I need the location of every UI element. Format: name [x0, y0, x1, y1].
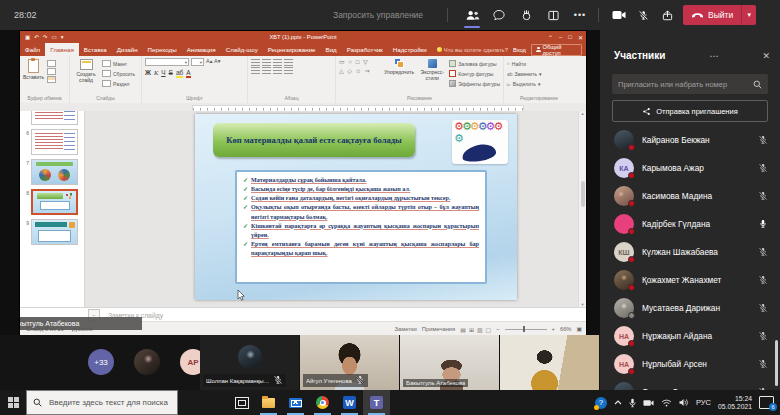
invite-search-input[interactable] — [612, 80, 753, 89]
slide-editing-area[interactable]: Көп материалды қалай есте сақтауға болад… — [85, 111, 586, 307]
scrollbar-thumb[interactable] — [581, 181, 585, 207]
shape-effects-button[interactable]: Эффекты фигуры — [449, 79, 500, 88]
panel-close-icon[interactable]: ✕ — [750, 51, 770, 61]
tab-Разработчик[interactable]: Разработчик — [342, 43, 388, 56]
taskbar-search-input[interactable] — [47, 397, 171, 408]
panel-more-icon[interactable]: ⋯ — [697, 51, 718, 61]
tab-Файл[interactable]: Файл — [20, 43, 45, 56]
slide-content-box[interactable]: ✓Материалдарды сұрақ бойынша қайтала.✓Ба… — [235, 170, 487, 284]
highlight-color-button[interactable]: аб — [176, 69, 183, 78]
ppt-title-bar[interactable]: ▣↶↷▭▾ ХБТ (1).pptx - PowerPoint ⌃–□✕ — [20, 31, 586, 43]
get-help-icon[interactable]: ? — [595, 397, 607, 409]
reset-button[interactable]: Сбросить — [102, 69, 135, 78]
minimize-button[interactable]: – — [559, 34, 562, 40]
slide-thumbnail-7[interactable]: 7 — [20, 157, 84, 187]
send-invite-button[interactable]: Отправка приглашения — [612, 100, 768, 122]
tab-Слайд-шоу[interactable]: Слайд-шоу — [221, 43, 263, 56]
find-button[interactable]: ⌕Найти — [507, 59, 526, 68]
tab-Вид[interactable]: Вид — [321, 43, 342, 56]
taskbar-search-box[interactable] — [26, 390, 178, 415]
raise-hand-button[interactable] — [515, 0, 537, 30]
tab-Дизайн[interactable]: Дизайн — [112, 43, 143, 56]
volume-icon[interactable] — [679, 398, 689, 407]
section-button[interactable]: Раздел — [102, 79, 135, 88]
tab-Надстройки[interactable]: Надстройки — [388, 43, 432, 56]
zoom-out-button[interactable]: – — [496, 326, 499, 332]
italic-button[interactable]: К — [154, 69, 158, 76]
share-screen-button[interactable] — [656, 0, 678, 30]
overflow-participants-badge[interactable]: +33 — [88, 349, 114, 375]
thumbnail-preview[interactable] — [31, 219, 78, 245]
mic-muted-button[interactable] — [632, 0, 654, 30]
font-size-select[interactable]: ▾ — [191, 58, 204, 66]
participants-button[interactable] — [461, 0, 483, 30]
thumbnail-preview[interactable] — [31, 129, 78, 155]
replace-button[interactable]: abЗаменить ▾ — [507, 69, 542, 78]
participant-row[interactable]: КШ Күлжан Шажабаева — [600, 238, 780, 266]
copy-button[interactable] — [47, 68, 56, 75]
align-buttons[interactable] — [251, 67, 293, 74]
participant-row[interactable]: Қожахмет Жанахмет — [600, 266, 780, 294]
leave-options-chevron[interactable]: ▼ — [741, 5, 756, 25]
show-hidden-icons-chevron[interactable] — [614, 400, 622, 405]
sign-in-label[interactable]: Вход — [513, 47, 526, 53]
participant-row[interactable]: Касимова Мадина — [600, 182, 780, 210]
zoom-slider[interactable] — [505, 329, 547, 330]
maximize-button[interactable]: □ — [568, 34, 572, 40]
video-tile-Шолпан Кақарманқы…[interactable]: Шолпан Кақарманқы… — [200, 335, 299, 390]
bold-button[interactable]: Ж — [145, 69, 151, 76]
tab-Переходы[interactable]: Переходы — [143, 43, 182, 56]
slide-gears-image[interactable]: ⚙⚙⚙⚙⚙⚙⚙ — [452, 120, 508, 164]
font-style-buttons[interactable]: Ж К Ч S аб А — [145, 69, 191, 78]
strikethrough-button[interactable]: S — [169, 69, 173, 76]
vertical-scrollbar[interactable]: ▲▼ — [578, 111, 586, 307]
slide-thumbnail-6[interactable]: 6 — [20, 127, 84, 157]
mail-button[interactable] — [282, 390, 309, 415]
chrome-button[interactable] — [309, 390, 336, 415]
shape-fill-button[interactable]: Заливка фигуры — [449, 59, 500, 68]
shapes-gallery-row2[interactable]: △ ◇ ☆ ⇒ — [339, 67, 380, 75]
slide-title[interactable]: Көп материалды қалай есте сақтауға болад… — [213, 123, 415, 157]
word-button[interactable]: W — [336, 390, 363, 415]
layout-button[interactable]: Макет — [102, 59, 135, 68]
panel-scrollbar[interactable] — [775, 340, 778, 386]
zoom-slider-thumb[interactable] — [523, 326, 526, 332]
camera-tray-icon[interactable] — [643, 399, 654, 407]
fit-slide-icon[interactable]: ▣ — [577, 326, 582, 332]
cut-button[interactable] — [47, 60, 56, 67]
video-tile[interactable] — [500, 335, 599, 390]
view-mode-buttons[interactable]: ▤⊞▥▢ — [460, 326, 491, 333]
more-options-button[interactable]: ••• — [569, 0, 591, 30]
chat-button[interactable] — [488, 0, 510, 30]
paste-button[interactable]: Вставить — [23, 58, 44, 80]
request-control-label[interactable]: Запросить управление — [333, 10, 423, 20]
slide-thumbnail-panel[interactable]: 6789 — [20, 111, 85, 307]
window-controls[interactable]: ⌃–□✕ — [548, 31, 583, 43]
share-document-button[interactable]: Общий доступ — [531, 44, 582, 56]
file-explorer-button[interactable] — [255, 390, 282, 415]
start-button[interactable] — [0, 390, 26, 415]
tab-Вставка[interactable]: Вставка — [79, 43, 112, 56]
font-color-button[interactable]: А — [186, 69, 190, 78]
zoom-level[interactable]: 66% — [560, 326, 572, 332]
close-button[interactable]: ✕ — [578, 34, 583, 41]
participant-avatar[interactable] — [134, 349, 160, 375]
new-slide-button[interactable]: Создать слайд — [73, 58, 99, 83]
ribbon-options-icon[interactable]: ⌃ — [548, 34, 553, 41]
thumbnail-partial-5[interactable] — [20, 111, 84, 127]
quick-styles-button[interactable]: Экспресс-стили — [418, 58, 446, 81]
font-name-select[interactable]: ▾ — [145, 58, 189, 66]
format-painter-button[interactable] — [47, 76, 56, 83]
leave-button[interactable]: Выйти ▼ — [683, 5, 756, 25]
wifi-icon[interactable] — [661, 399, 672, 407]
participant-row[interactable]: КА Карымова Ажар — [600, 154, 780, 182]
participant-row[interactable]: Оразов Заңгар — [600, 378, 780, 390]
video-tile-Бакытгуль Атабекова[interactable]: Бакытгуль Атабекова — [400, 335, 499, 390]
shape-outline-button[interactable]: Контур фигуры — [449, 69, 500, 78]
notes-toggle[interactable]: Заметки — [395, 326, 417, 332]
thumbnail-preview[interactable] — [31, 189, 78, 215]
action-center-icon[interactable]: 6 — [759, 396, 774, 409]
camera-button[interactable] — [608, 0, 630, 30]
language-indicator[interactable]: РУС — [696, 398, 711, 407]
participant-row[interactable]: НА Нұржақып Айдана — [600, 322, 780, 350]
